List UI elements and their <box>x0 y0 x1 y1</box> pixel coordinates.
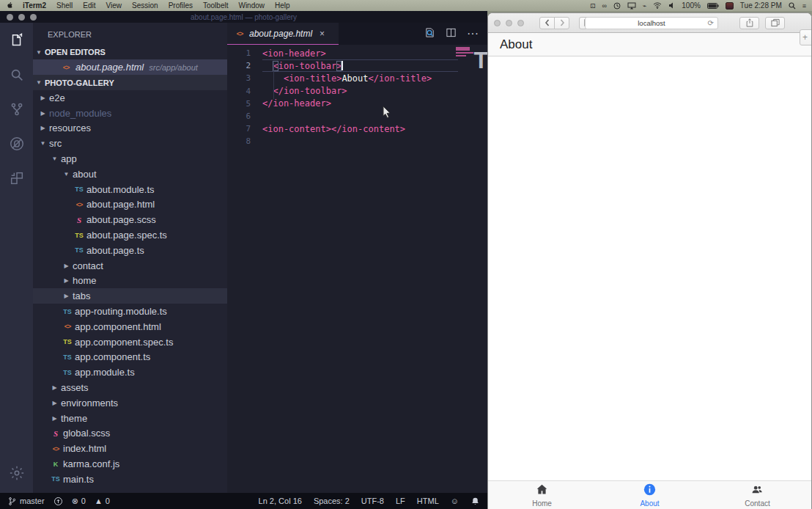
file-app-routing.module.ts[interactable]: TSapp-routing.module.ts <box>33 304 227 319</box>
folder-home[interactable]: ▶home <box>33 274 227 289</box>
search-icon[interactable] <box>0 57 33 92</box>
file-index.html[interactable]: <>index.html <box>33 441 227 456</box>
file-karma.conf.js[interactable]: Kkarma.conf.js <box>33 456 227 472</box>
menu-bar-clock[interactable]: Tue 2:28 PM <box>740 1 782 10</box>
file-main.ts[interactable]: TSmain.ts <box>33 472 227 487</box>
tab-overview-button[interactable] <box>765 17 785 29</box>
more-actions-icon[interactable]: ··· <box>467 27 479 40</box>
vscode-window: about.page.html — photo-gallery <box>0 11 487 509</box>
folder-src[interactable]: ▼src <box>33 136 227 151</box>
menu-profiles[interactable]: Profiles <box>169 1 193 10</box>
eol-sequence[interactable]: LF <box>396 497 405 505</box>
wifi-icon[interactable] <box>653 2 662 9</box>
file-about.page.ts[interactable]: TSabout.page.ts <box>33 243 227 258</box>
code-line-4[interactable]: 4 </ion-toolbar> <box>227 85 487 98</box>
folder-contact[interactable]: ▶contact <box>33 258 227 274</box>
folder-theme[interactable]: ▶theme <box>33 411 227 426</box>
menu-session[interactable]: Session <box>132 1 158 10</box>
apple-menu-icon[interactable] <box>6 1 14 10</box>
encoding[interactable]: UTF-8 <box>361 497 384 505</box>
code-area[interactable]: 1<ion-header>2 <ion-toolbar>3 <ion-title… <box>227 45 487 493</box>
notifications-bell-icon[interactable] <box>470 497 480 506</box>
tab-about-page-html[interactable]: <> about.page.html × <box>227 23 339 45</box>
menu-shell[interactable]: Shell <box>56 1 73 10</box>
split-editor-icon[interactable] <box>446 27 457 41</box>
new-tab-button[interactable]: + <box>800 29 812 45</box>
explorer-icon[interactable] <box>0 23 33 57</box>
close-tab-icon[interactable]: × <box>320 29 325 39</box>
vscode-title-bar[interactable]: about.page.html — photo-gallery <box>0 11 487 23</box>
folder-environments[interactable]: ▶environments <box>33 395 227 411</box>
code-line-5[interactable]: 5</ion-header> <box>227 98 487 110</box>
code-line-7[interactable]: 7<ion-content></ion-content> <box>227 122 487 135</box>
warning-count[interactable]: ▲ 0 <box>95 497 110 505</box>
folder-node_modules[interactable]: ▶node_modules <box>33 106 227 121</box>
minimize-window-button[interactable] <box>506 20 512 26</box>
git-branch-indicator[interactable]: master <box>7 497 45 506</box>
folder-app[interactable]: ▼app <box>33 151 227 166</box>
source-control-icon[interactable] <box>0 92 33 126</box>
back-button[interactable] <box>539 17 555 29</box>
code-line-2[interactable]: 2 <ion-toolbar> <box>227 59 487 72</box>
code-line-8[interactable]: 8 <box>227 135 487 147</box>
folder-resources[interactable]: ▶resources <box>33 121 227 136</box>
file-about.page.spec.ts[interactable]: TSabout.page.spec.ts <box>33 227 227 243</box>
editor-tab-bar: <> about.page.html × ··· <box>227 23 487 45</box>
share-button[interactable] <box>739 17 759 29</box>
forward-button[interactable] <box>554 17 569 29</box>
folder-about[interactable]: ▼about <box>33 166 227 182</box>
folder-assets[interactable]: ▶assets <box>33 380 227 395</box>
tree-item-label: app <box>61 153 77 164</box>
open-editors-header[interactable]: ▼ OPEN EDITORS <box>33 45 227 59</box>
file-global.scss[interactable]: Sglobal.scss <box>33 426 227 442</box>
file-app.module.ts[interactable]: TSapp.module.ts <box>33 365 227 380</box>
file-app.component.spec.ts[interactable]: TSapp.component.spec.ts <box>33 334 227 350</box>
spotlight-icon[interactable] <box>789 2 796 10</box>
project-section-header[interactable]: ▼ PHOTO-GALLERY <box>33 75 227 90</box>
active-app-name[interactable]: iTerm2 <box>23 1 46 10</box>
tab-about[interactable]: About <box>617 483 683 508</box>
open-changes-icon[interactable] <box>424 27 435 41</box>
file-app.component.ts[interactable]: TSapp.component.ts <box>33 350 227 365</box>
address-bar[interactable]: localhost ⟳ <box>585 17 718 29</box>
menu-help[interactable]: Help <box>275 1 290 10</box>
code-line-3[interactable]: 3 <ion-title>About</ion-title> <box>227 72 487 84</box>
clock-icon[interactable] <box>613 2 621 10</box>
tab-contact[interactable]: Contact <box>725 483 791 508</box>
file-about.page.scss[interactable]: Sabout.page.scss <box>33 212 227 227</box>
debug-icon[interactable] <box>0 126 33 161</box>
folder-tabs[interactable]: ▶tabs <box>33 288 227 304</box>
language-mode[interactable]: HTML <box>417 497 439 505</box>
code-line-6[interactable]: 6 <box>227 110 487 122</box>
open-editor-item[interactable]: <> about.page.html src/app/about <box>33 59 227 75</box>
screen-record-icon[interactable]: ⊡ <box>590 2 596 10</box>
menu-window[interactable]: Window <box>238 1 265 10</box>
error-count[interactable]: ⊗ 0 <box>72 497 86 506</box>
feedback-smiley-icon[interactable]: ☺ <box>451 497 459 505</box>
notification-center-icon[interactable]: ≡ <box>802 2 806 10</box>
binoculars-icon[interactable]: ∞ <box>602 2 606 10</box>
battery-icon[interactable] <box>707 3 719 9</box>
code-line-1[interactable]: 1<ion-header> <box>227 47 487 59</box>
tab-home[interactable]: Home <box>509 483 575 508</box>
folder-e2e[interactable]: ▶e2e <box>33 90 227 106</box>
reload-icon[interactable]: ⟳ <box>708 19 714 27</box>
close-window-button[interactable] <box>494 20 501 26</box>
file-app.component.html[interactable]: <>app.component.html <box>33 319 227 334</box>
publish-icon[interactable] <box>53 497 63 506</box>
file-about.module.ts[interactable]: TSabout.module.ts <box>33 182 227 197</box>
airplay-icon[interactable] <box>627 2 636 10</box>
extensions-icon[interactable] <box>0 161 33 195</box>
indentation[interactable]: Spaces: 2 <box>314 497 350 505</box>
cursor-position[interactable]: Ln 2, Col 16 <box>259 497 302 505</box>
input-source-icon[interactable]: ⌁ <box>643 2 646 10</box>
tab-label: About <box>640 499 659 508</box>
volume-icon[interactable] <box>668 2 675 9</box>
file-about.page.html[interactable]: <>about.page.html <box>33 197 227 213</box>
app-status-icon[interactable] <box>726 2 734 10</box>
menu-edit[interactable]: Edit <box>83 1 95 10</box>
menu-view[interactable]: View <box>106 1 122 10</box>
gear-icon[interactable] <box>0 455 33 490</box>
zoom-window-button[interactable] <box>517 20 524 26</box>
menu-toolbelt[interactable]: Toolbelt <box>203 1 228 10</box>
